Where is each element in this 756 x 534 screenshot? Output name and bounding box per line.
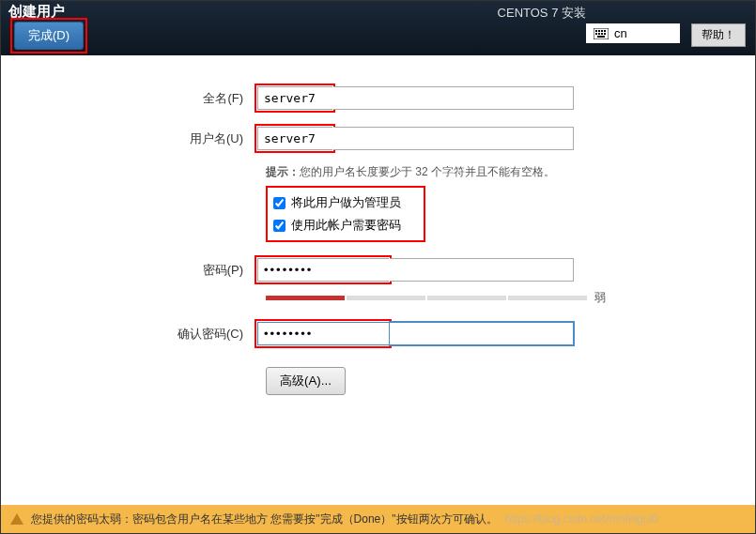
confirm-highlight (255, 319, 392, 348)
done-button-highlight: 完成(D) (10, 18, 87, 53)
admin-checkbox[interactable] (273, 197, 285, 209)
hint-prefix: 提示： (266, 165, 300, 178)
password-label: 密码(P) (39, 262, 255, 279)
admin-checkbox-label: 将此用户做为管理员 (291, 194, 401, 211)
username-input-ext[interactable] (333, 127, 574, 150)
svg-rect-3 (601, 30, 603, 32)
form-content: 全名(F) 用户名(U) 提示：您的用户名长度要少于 32 个字符并且不能有空格… (1, 55, 755, 505)
done-button[interactable]: 完成(D) (14, 22, 84, 50)
username-input[interactable] (257, 127, 332, 150)
confirm-password-input[interactable] (257, 322, 389, 345)
require-password-label: 使用此帐户需要密码 (291, 217, 401, 234)
warning-text: 您提供的密码太弱：密码包含用户名在某些地方 您需要按"完成（Done）"按钮两次… (31, 511, 498, 527)
strength-seg-3 (427, 296, 506, 300)
keyboard-layout-label: cn (614, 26, 627, 40)
strength-bar (266, 296, 587, 300)
warning-bar: 您提供的密码太弱：密码包含用户名在某些地方 您需要按"完成（Done）"按钮两次… (1, 505, 755, 533)
warning-icon (10, 513, 23, 525)
installer-window: 创建用户 完成(D) CENTOS 7 安装 cn 帮助！ 全名(F) 用户名(… (0, 0, 756, 534)
fullname-highlight (255, 84, 335, 113)
username-hint: 提示：您的用户名长度要少于 32 个字符并且不能有空格。 (266, 164, 717, 180)
svg-rect-5 (595, 33, 597, 35)
svg-rect-2 (598, 30, 600, 32)
fullname-input-ext[interactable] (333, 86, 574, 110)
password-strength: 弱 (266, 290, 717, 306)
keyboard-icon (594, 28, 609, 39)
checkbox-group-highlight: 将此用户做为管理员 使用此帐户需要密码 (266, 186, 425, 242)
fullname-label: 全名(F) (39, 90, 255, 107)
require-password-checkbox[interactable] (273, 220, 285, 232)
fullname-row: 全名(F) (39, 84, 717, 113)
username-label: 用户名(U) (39, 130, 255, 147)
svg-rect-1 (595, 30, 597, 32)
password-input-ext[interactable] (390, 258, 574, 282)
svg-rect-4 (604, 30, 606, 32)
svg-rect-6 (598, 33, 600, 35)
confirm-row: 确认密码(C) (39, 319, 717, 348)
confirm-password-input-ext[interactable] (390, 322, 574, 345)
installer-title: CENTOS 7 安装 (498, 5, 586, 22)
confirm-label: 确认密码(C) (39, 326, 255, 343)
svg-rect-7 (601, 33, 603, 35)
watermark-text: https://blog.csdn.net/renfeigui0 (505, 512, 658, 526)
fullname-input[interactable] (257, 86, 332, 110)
svg-rect-9 (597, 36, 605, 38)
keyboard-indicator[interactable]: cn (586, 23, 680, 43)
password-highlight (255, 255, 392, 284)
strength-seg-4 (508, 296, 587, 300)
password-input[interactable] (257, 258, 389, 282)
svg-rect-8 (604, 33, 606, 35)
reqpw-checkbox-row: 使用此帐户需要密码 (273, 214, 418, 236)
strength-label: 弱 (594, 290, 606, 306)
help-button[interactable]: 帮助！ (691, 23, 746, 47)
strength-seg-1 (266, 296, 345, 300)
username-highlight (255, 124, 335, 153)
password-row: 密码(P) (39, 255, 717, 284)
advanced-button[interactable]: 高级(A)... (266, 367, 346, 395)
username-row: 用户名(U) (39, 124, 717, 153)
header-bar: 创建用户 完成(D) CENTOS 7 安装 cn 帮助！ (1, 1, 755, 55)
admin-checkbox-row: 将此用户做为管理员 (273, 191, 418, 214)
hint-text: 您的用户名长度要少于 32 个字符并且不能有空格。 (300, 165, 555, 178)
strength-seg-2 (347, 296, 425, 300)
